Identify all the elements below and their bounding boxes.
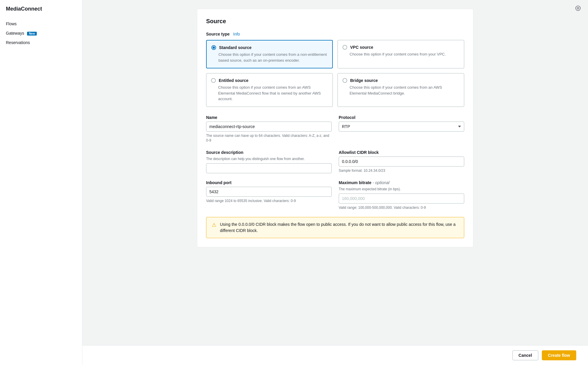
allowlist-cidr-input[interactable] [339, 157, 464, 166]
max-bitrate-hint: Valid range: 100,000-500,000,000. Valid … [339, 205, 464, 210]
source-type-info-link[interactable]: Info [233, 32, 240, 36]
source-type-section: Source type Info Standard source Choose … [206, 32, 464, 107]
max-bitrate-group: Maximum bitrate - optional The maximum e… [339, 180, 464, 210]
desc-cidr-row: Source description The description can h… [206, 150, 464, 173]
source-option-bridge[interactable]: Bridge source Choose this option if your… [338, 73, 464, 107]
source-option-entitled[interactable]: Entitled source Choose this option if yo… [206, 73, 333, 107]
protocol-label: Protocol [339, 115, 464, 120]
radio-entitled [211, 78, 216, 83]
source-type-label: Source type Info [206, 32, 464, 36]
port-bitrate-row: Inbound port Valid range 1024 to 65535 i… [206, 180, 464, 210]
name-hint: The source name can have up to 64 charac… [206, 133, 332, 143]
inbound-port-hint: Valid range 1024 to 65535 inclusive. Val… [206, 199, 332, 203]
name-label: Name [206, 115, 332, 120]
source-option-standard[interactable]: Standard source Choose this option if yo… [206, 40, 333, 68]
bridge-source-desc: Choose this option if your content comes… [350, 85, 459, 96]
source-option-vpc[interactable]: VPC source Choose this option if your co… [338, 40, 464, 68]
warning-box: ⚠ Using the 0.0.0.0/0 CIDR block makes t… [206, 217, 464, 238]
source-type-grid: Standard source Choose this option if yo… [206, 40, 464, 107]
svg-point-1 [577, 7, 579, 9]
protocol-select[interactable]: RTPRTP-FECZIXI-PUSHZIXI-PULLRISTSRT-LIST… [339, 122, 464, 132]
allowlist-cidr-group: Allowlist CIDR block Sample format: 10.2… [339, 150, 464, 173]
main-content: Source Source type Info Standard source … [82, 0, 588, 365]
gateways-badge: New [27, 32, 37, 36]
source-panel: Source Source type Info Standard source … [197, 9, 473, 247]
footer: Cancel Create flow [82, 345, 588, 365]
sidebar-item-gateways[interactable]: Gateways New [0, 28, 82, 38]
max-bitrate-sub-hint: The maximum expected bitrate (in bps). [339, 187, 464, 192]
sidebar-item-flows[interactable]: Flows [0, 19, 82, 28]
radio-standard [211, 45, 216, 50]
content-area: Source Source type Info Standard source … [82, 0, 588, 345]
standard-source-desc: Choose this option if your content comes… [218, 52, 328, 63]
name-input[interactable] [206, 122, 332, 132]
warning-text: Using the 0.0.0.0/0 CIDR block makes the… [220, 221, 459, 234]
sidebar-item-reservations[interactable]: Reservations [0, 38, 82, 47]
settings-icon[interactable] [574, 4, 582, 12]
max-bitrate-input[interactable] [339, 194, 464, 203]
source-description-label: Source description [206, 150, 332, 155]
name-group: Name The source name can have up to 64 c… [206, 115, 332, 143]
sidebar: MediaConnect Flows Gateways New Reservat… [0, 0, 82, 365]
inbound-port-group: Inbound port Valid range 1024 to 65535 i… [206, 180, 332, 210]
svg-point-0 [576, 6, 580, 11]
entitled-source-desc: Choose this option if your content comes… [218, 85, 328, 102]
allowlist-cidr-label: Allowlist CIDR block [339, 150, 464, 155]
inbound-port-label: Inbound port [206, 180, 332, 185]
source-description-group: Source description The description can h… [206, 150, 332, 173]
max-bitrate-optional: - optional [372, 180, 390, 185]
max-bitrate-label: Maximum bitrate - optional [339, 180, 464, 185]
allowlist-cidr-hint: Sample format: 10.24.34.0/23 [339, 168, 464, 173]
panel-title: Source [206, 18, 464, 25]
sidebar-nav: Flows Gateways New Reservations [0, 19, 82, 47]
name-protocol-row: Name The source name can have up to 64 c… [206, 115, 464, 143]
create-flow-button[interactable]: Create flow [542, 350, 576, 360]
cancel-button[interactable]: Cancel [512, 350, 538, 360]
app-logo: MediaConnect [0, 6, 82, 19]
protocol-group: Protocol RTPRTP-FECZIXI-PUSHZIXI-PULLRIS… [339, 115, 464, 143]
inbound-port-input[interactable] [206, 187, 332, 197]
warning-icon: ⚠ [212, 222, 216, 228]
vpc-source-desc: Choose this option if your content comes… [350, 51, 459, 57]
radio-vpc [343, 45, 347, 50]
source-description-hint: The description can help you distinguish… [206, 157, 332, 162]
source-description-input[interactable] [206, 163, 332, 173]
radio-bridge [343, 78, 347, 83]
